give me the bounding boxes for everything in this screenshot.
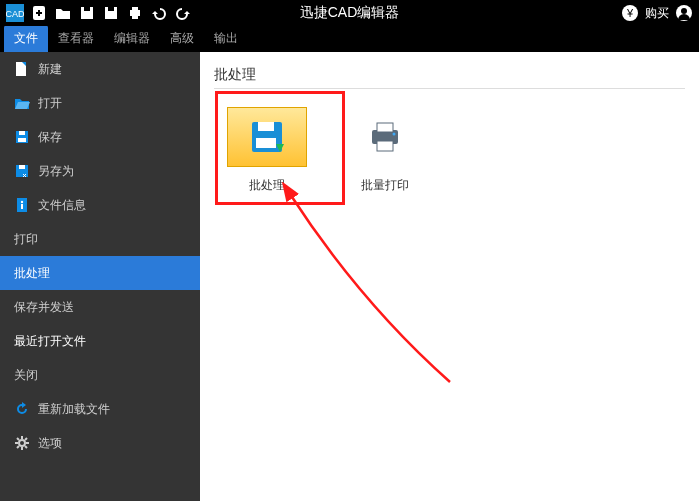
sidebar-item-save[interactable]: 保存	[0, 120, 200, 154]
save-as-icon	[14, 163, 30, 179]
annotation-arrow	[260, 182, 480, 402]
svg-rect-20	[19, 165, 25, 169]
sidebar-item-reload[interactable]: 重新加载文件	[0, 392, 200, 426]
svg-rect-39	[377, 123, 393, 132]
buy-icon[interactable]: ¥	[621, 4, 639, 22]
sidebar-item-label: 保存并发送	[14, 299, 74, 316]
sidebar-item-label: 文件信息	[38, 197, 86, 214]
svg-marker-24	[22, 402, 26, 408]
tab-output[interactable]: 输出	[204, 25, 248, 52]
sidebar-item-recent[interactable]: 最近打开文件	[0, 324, 200, 358]
card-batch-process[interactable]: 批处理	[222, 107, 312, 194]
buy-label[interactable]: 购买	[645, 5, 669, 22]
svg-point-41	[393, 133, 396, 136]
svg-rect-9	[132, 16, 138, 19]
sidebar-item-file-info[interactable]: 文件信息	[0, 188, 200, 222]
svg-point-25	[19, 440, 25, 446]
card-label: 批处理	[249, 177, 285, 194]
svg-rect-4	[84, 7, 90, 11]
sidebar-item-label: 关闭	[14, 367, 38, 384]
print-icon[interactable]	[126, 4, 144, 22]
content-panel: 批处理 批处理 批量打印	[200, 52, 699, 501]
card-batch-print[interactable]: 批量打印	[340, 107, 430, 194]
batch-process-thumb	[227, 107, 307, 167]
open-folder-icon	[14, 95, 30, 111]
svg-text:CAD: CAD	[6, 9, 24, 19]
svg-rect-8	[132, 7, 138, 10]
svg-rect-36	[256, 138, 276, 148]
titlebar-right: ¥ 购买	[621, 4, 693, 22]
svg-text:¥: ¥	[626, 7, 634, 19]
sidebar-item-new[interactable]: 新建	[0, 52, 200, 86]
new-file-icon	[14, 61, 30, 77]
sidebar-item-label: 保存	[38, 129, 62, 146]
svg-point-22	[21, 201, 23, 203]
svg-line-32	[17, 446, 19, 448]
sidebar-item-save-as[interactable]: 另存为	[0, 154, 200, 188]
app-icon: CAD	[6, 4, 24, 22]
reload-icon	[14, 401, 30, 417]
save-icon[interactable]	[78, 4, 96, 22]
gear-icon	[14, 435, 30, 451]
sidebar-item-close[interactable]: 关闭	[0, 358, 200, 392]
svg-rect-7	[130, 10, 140, 16]
sidebar-item-batch[interactable]: 批处理	[0, 256, 200, 290]
sidebar-item-label: 批处理	[14, 265, 50, 282]
undo-icon[interactable]	[150, 4, 168, 22]
sidebar-item-label: 新建	[38, 61, 62, 78]
svg-rect-35	[258, 122, 274, 131]
action-grid: 批处理 批量打印	[214, 107, 685, 194]
save-as-icon[interactable]	[102, 4, 120, 22]
info-icon	[14, 197, 30, 213]
card-label: 批量打印	[361, 177, 409, 194]
sidebar-item-save-send[interactable]: 保存并发送	[0, 290, 200, 324]
sidebar-item-label: 另存为	[38, 163, 74, 180]
svg-rect-40	[377, 141, 393, 151]
new-icon[interactable]	[30, 4, 48, 22]
file-sidebar: 新建 打开 保存 另存为 文件信息 打印 批处理 保存并发送 最近打开文件	[0, 52, 200, 501]
tab-advanced[interactable]: 高级	[160, 25, 204, 52]
sidebar-item-label: 最近打开文件	[14, 333, 86, 350]
sidebar-item-print[interactable]: 打印	[0, 222, 200, 256]
svg-line-33	[25, 438, 27, 440]
tab-viewer[interactable]: 查看器	[48, 25, 104, 52]
quick-access-toolbar: CAD	[6, 4, 192, 22]
title-bar: CAD 迅捷CAD编辑器 ¥ 购买	[0, 0, 699, 26]
svg-rect-18	[18, 138, 26, 142]
redo-icon[interactable]	[174, 4, 192, 22]
batch-print-thumb	[345, 107, 425, 167]
svg-line-30	[17, 438, 19, 440]
tab-file[interactable]: 文件	[4, 25, 48, 52]
app-title: 迅捷CAD编辑器	[300, 4, 400, 22]
svg-rect-23	[21, 204, 23, 209]
ribbon-tabs: 文件 查看器 编辑器 高级 输出	[0, 26, 699, 52]
sidebar-item-label: 打开	[38, 95, 62, 112]
tab-editor[interactable]: 编辑器	[104, 25, 160, 52]
sidebar-item-label: 选项	[38, 435, 62, 452]
workspace: 新建 打开 保存 另存为 文件信息 打印 批处理 保存并发送 最近打开文件	[0, 52, 699, 501]
svg-rect-17	[19, 131, 25, 135]
sidebar-item-label: 重新加载文件	[38, 401, 110, 418]
save-icon	[14, 129, 30, 145]
open-folder-icon[interactable]	[54, 4, 72, 22]
panel-title: 批处理	[214, 62, 685, 89]
sidebar-item-options[interactable]: 选项	[0, 426, 200, 460]
svg-line-31	[25, 446, 27, 448]
svg-rect-6	[108, 7, 114, 11]
sidebar-item-open[interactable]: 打开	[0, 86, 200, 120]
svg-point-13	[681, 8, 687, 14]
user-icon[interactable]	[675, 4, 693, 22]
sidebar-item-label: 打印	[14, 231, 38, 248]
